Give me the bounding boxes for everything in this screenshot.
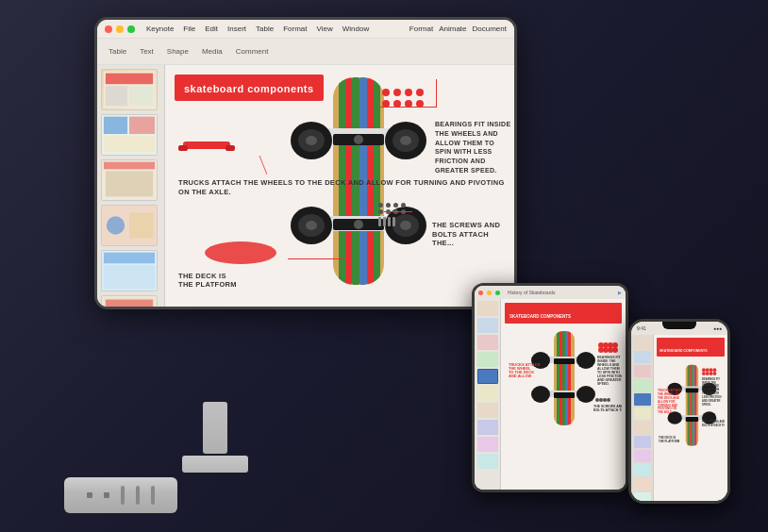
stand-neck bbox=[203, 402, 227, 454]
iphone-thumb-1[interactable] bbox=[634, 337, 651, 349]
deck-oval bbox=[205, 241, 276, 264]
menu-insert[interactable]: Insert bbox=[227, 25, 246, 33]
iphone-thumb-3[interactable] bbox=[634, 365, 651, 377]
svg-point-102 bbox=[603, 398, 607, 402]
toolbar-comment-btn[interactable]: Comment bbox=[232, 45, 273, 58]
toolbar-format[interactable]: Format bbox=[409, 25, 433, 33]
toolbar: Table Text Shape Media Comment bbox=[97, 39, 514, 65]
menu-edit[interactable]: Edit bbox=[205, 25, 218, 33]
ipad-thumb-5-active[interactable] bbox=[477, 369, 498, 384]
traffic-lights bbox=[105, 25, 135, 33]
thumbnail-3[interactable] bbox=[101, 159, 158, 201]
monitor-stand bbox=[177, 402, 253, 477]
iphone-thumb-12[interactable] bbox=[634, 492, 651, 501]
svg-rect-110 bbox=[693, 364, 694, 445]
monitor-screen: Keynote File Edit Insert Table Format Vi… bbox=[97, 20, 514, 307]
svg-text:LESS FRICTION: LESS FRICTION bbox=[702, 395, 721, 399]
toolbar-media-btn[interactable]: Media bbox=[198, 45, 226, 58]
annotation-bearings-h bbox=[380, 107, 437, 108]
svg-text:WHEELS AND: WHEELS AND bbox=[702, 384, 719, 388]
svg-point-100 bbox=[595, 398, 599, 402]
ipad-thumb-1[interactable] bbox=[477, 301, 498, 316]
svg-line-64 bbox=[259, 156, 267, 175]
ipad-play-btn[interactable]: ▶ bbox=[618, 290, 622, 295]
svg-rect-3 bbox=[129, 86, 153, 106]
iphone-thumb-9[interactable] bbox=[634, 450, 651, 462]
iphone-thumb-2[interactable] bbox=[634, 351, 651, 363]
thumbnail-6[interactable] bbox=[101, 295, 158, 307]
iphone-thumb-6[interactable] bbox=[634, 407, 651, 420]
iphone-thumb-11[interactable] bbox=[634, 478, 651, 490]
svg-rect-2 bbox=[106, 86, 127, 106]
iphone-time: 9:41 bbox=[637, 325, 646, 331]
mac-mini-vent-1 bbox=[121, 486, 125, 505]
ipad-thumb-9[interactable] bbox=[477, 437, 498, 452]
menubar-right: Format Animate Document bbox=[409, 25, 507, 33]
svg-rect-108 bbox=[690, 364, 692, 445]
thumbnail-2[interactable] bbox=[101, 114, 158, 156]
iphone-thumb-5-active[interactable] bbox=[634, 393, 651, 406]
mac-mini-vent-3 bbox=[151, 486, 155, 505]
annotation-trucks bbox=[259, 156, 260, 157]
svg-point-130 bbox=[710, 368, 713, 372]
toolbar-document[interactable]: Document bbox=[473, 25, 507, 33]
svg-rect-70 bbox=[568, 331, 571, 425]
menu-keynote[interactable]: Keynote bbox=[146, 25, 174, 33]
iphone-thumb-4[interactable] bbox=[634, 379, 651, 391]
close-button[interactable] bbox=[105, 25, 112, 33]
svg-text:THE PLATFORM: THE PLATFORM bbox=[659, 440, 680, 443]
annotation-deck-h bbox=[288, 258, 344, 259]
minimize-button[interactable] bbox=[116, 25, 124, 33]
menu-format[interactable]: Format bbox=[283, 25, 307, 33]
iphone-thumb-10[interactable] bbox=[634, 464, 651, 476]
toolbar-text-btn[interactable]: Text bbox=[136, 45, 158, 58]
svg-text:BEARINGS FIT: BEARINGS FIT bbox=[702, 377, 720, 381]
iphone-thumb-7[interactable] bbox=[634, 422, 651, 434]
ipad-content: SKATEBOARD COMPONENTS bbox=[475, 299, 626, 490]
ipad-sidebar bbox=[475, 299, 501, 490]
ipad-thumb-7[interactable] bbox=[477, 403, 498, 418]
thumbnail-1[interactable] bbox=[101, 69, 158, 110]
svg-rect-6 bbox=[129, 117, 155, 134]
ipad-thumb-10[interactable] bbox=[477, 454, 498, 469]
menubar-items: Keynote File Edit Insert Table Format Vi… bbox=[146, 25, 369, 33]
iphone-content: SKATEBOARD COMPONENTS bbox=[631, 335, 727, 501]
svg-point-129 bbox=[706, 368, 710, 372]
toolbar-shape-btn[interactable]: Shape bbox=[163, 45, 192, 58]
svg-point-91 bbox=[612, 347, 618, 353]
svg-point-132 bbox=[702, 372, 706, 375]
label-deck: THE DECK ISTHE PLATFORM bbox=[178, 272, 237, 291]
menu-window[interactable]: Window bbox=[342, 25, 369, 33]
svg-rect-9 bbox=[104, 162, 155, 170]
svg-rect-119 bbox=[686, 417, 698, 422]
ipad-tl-red bbox=[478, 291, 483, 295]
mac-mini bbox=[64, 477, 177, 515]
iphone-screen: 9:41 ●●● SKATEBOARD COMPONENTS bbox=[631, 322, 727, 501]
svg-point-103 bbox=[607, 398, 610, 402]
annotation-screws-h bbox=[384, 211, 412, 212]
thumbnail-4[interactable] bbox=[101, 205, 158, 246]
ipad-thumb-8[interactable] bbox=[477, 420, 498, 435]
ipad-thumb-6[interactable] bbox=[477, 386, 498, 401]
svg-rect-15 bbox=[104, 253, 155, 264]
menu-view[interactable]: View bbox=[317, 25, 333, 33]
ipad-thumb-3[interactable] bbox=[477, 335, 498, 350]
monitor: Keynote File Edit Insert Table Format Vi… bbox=[94, 17, 517, 309]
iphone-thumb-8[interactable] bbox=[634, 436, 651, 448]
svg-rect-7 bbox=[104, 136, 155, 152]
ipad-title: History of Skateboards bbox=[508, 290, 556, 295]
menu-table[interactable]: Table bbox=[256, 25, 274, 33]
ipad-thumb-2[interactable] bbox=[477, 318, 498, 333]
toolbar-table-btn[interactable]: Table bbox=[105, 45, 130, 58]
maximize-button[interactable] bbox=[127, 25, 135, 33]
ipad-thumb-4[interactable] bbox=[477, 352, 498, 367]
menu-file[interactable]: File bbox=[183, 25, 195, 33]
thumb-4-preview bbox=[102, 206, 157, 245]
svg-text:INSIDE THE: INSIDE THE bbox=[702, 381, 716, 385]
mac-mini-port-2 bbox=[104, 492, 109, 498]
ipad: History of Skateboards ▶ SKATEBOARD COMP… bbox=[472, 283, 628, 492]
toolbar-animate[interactable]: Animate bbox=[439, 25, 466, 33]
svg-rect-109 bbox=[691, 364, 693, 445]
svg-text:BOLTS ATTACH THE: BOLTS ATTACH THE bbox=[702, 424, 725, 427]
thumbnail-5[interactable] bbox=[101, 250, 158, 291]
